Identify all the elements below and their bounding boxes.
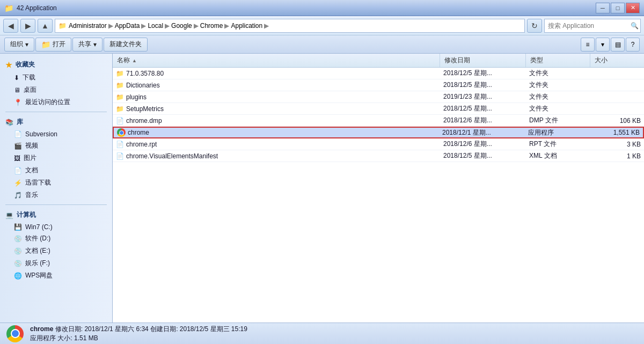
sidebar-section-computer[interactable]: 💻 计算机 [0,208,112,222]
subversion-icon: 📄 [14,130,22,138]
sidebar-item-download[interactable]: ⬇ 下载 [0,71,112,84]
sidebar-section-library[interactable]: 📚 库 [0,115,112,129]
open-button[interactable]: 📁 打开 [35,38,71,52]
col-name[interactable]: 名称 ▲ [113,54,440,67]
doce-icon: 💿 [14,247,22,255]
library-label: 库 [17,118,23,127]
status-chrome-icon [6,325,24,342]
table-row[interactable]: 📁 Dictionaries 2018/12/5 星期... 文件夹 [113,79,644,91]
folder-icon: 📁 [116,105,124,113]
minimize-button[interactable]: ─ [596,3,610,13]
share-dropdown-icon: ▾ [93,41,97,48]
table-row[interactable]: 📄 chrome.rpt 2018/12/6 星期... RPT 文件 3 KB [113,138,644,150]
status-modified-value: 2018/12/1 星期六 6:34 [84,325,148,333]
address-bar: ◀ ▶ ▲ 📁 Administrator ▶ AppData ▶ Local … [0,16,644,35]
sidebar-item-picture[interactable]: 🖼 图片 [0,152,112,164]
win7-icon: 💾 [14,223,22,231]
col-size[interactable]: 大小 [590,54,644,67]
document-icon: 📄 [14,167,22,174]
status-created-label: 创建日期: [150,325,180,333]
sidebar-item-softd[interactable]: 💿 软件 (D:) [0,232,112,245]
sidebar-item-lef[interactable]: 💿 娱乐 (F:) [0,257,112,269]
view-dropdown-button[interactable]: ▾ [596,38,610,52]
view-list-button[interactable]: ≡ [581,38,595,52]
sidebar-item-win7[interactable]: 💾 Win7 (C:) [0,222,112,232]
col-type[interactable]: 类型 [526,54,590,67]
file-modified-cell: 2018/12/6 星期... [440,140,526,149]
table-row[interactable]: 📁 71.0.3578.80 2018/12/5 星期... 文件夹 [113,68,644,79]
breadcrumb-google[interactable]: Google [171,22,192,30]
organize-button[interactable]: 组织 ▾ [4,38,34,52]
status-text: chrome 修改日期: 2018/12/1 星期六 6:34 创建日期: 20… [30,325,247,343]
sidebar-item-wps[interactable]: 🌐 WPS网盘 [0,269,112,282]
file-kind-cell: 应用程序 [525,128,589,137]
preview-pane-button[interactable]: ▤ [611,38,625,52]
sidebar-divider-1 [5,112,107,112]
file-modified-cell: 2018/12/5 星期... [440,69,526,78]
breadcrumb[interactable]: 📁 Administrator ▶ AppData ▶ Local ▶ Goog… [55,19,525,33]
up-button[interactable]: ▲ [38,19,53,33]
sidebar-item-doce[interactable]: 💿 文档 (E:) [0,245,112,257]
sidebar-item-document[interactable]: 📄 文档 [0,164,112,177]
forward-button[interactable]: ▶ [20,19,35,33]
table-row[interactable]: 📄 chrome.dmp 2018/12/6 星期... DMP 文件 106 … [113,115,644,127]
breadcrumb-local[interactable]: Local [148,22,163,30]
file-name-cell: 📄 chrome.dmp [113,117,440,125]
help-button[interactable]: ? [626,38,640,52]
search-icon: 🔍 [631,22,639,30]
table-row[interactable]: 📄 chrome.VisualElementsManifest 2018/12/… [113,150,644,162]
sidebar-section-favorites[interactable]: ★ 收藏夹 [0,58,112,71]
search-bar[interactable]: 🔍 [544,19,641,33]
file-area: 名称 ▲ 修改日期 类型 大小 📁 71.0.3578.80 2018/ [113,54,644,323]
new-folder-button[interactable]: 新建文件夹 [104,38,148,52]
table-row[interactable]: 📁 SetupMetrics 2018/12/5 星期... 文件夹 [113,103,644,115]
title-bar: 📁 42 Application ─ □ ✕ [0,0,644,16]
sidebar-item-desktop[interactable]: 🖥 桌面 [0,84,112,96]
rpt-icon: 📄 [116,141,124,148]
file-kind-cell: 文件夹 [526,104,590,113]
toolbar: 组织 ▾ 📁 打开 共享 ▾ 新建文件夹 ≡ ▾ ▤ ? [0,35,644,54]
sidebar-item-recent[interactable]: 📍 最近访问的位置 [0,96,112,108]
breadcrumb-application[interactable]: Application [231,22,262,30]
sidebar-item-video[interactable]: 🎬 视频 [0,140,112,152]
organize-dropdown-icon: ▾ [25,41,28,48]
file-modified-cell: 2018/12/5 星期... [440,104,526,113]
desktop-icon: 🖥 [14,86,20,94]
status-modified-label: 修改日期: [55,325,85,333]
file-kind-cell: RPT 文件 [526,140,590,149]
thunder-icon: ⚡ [14,179,22,187]
computer-icon: 💻 [5,211,13,219]
status-size-value: 1.51 MB [74,334,98,342]
close-button[interactable]: ✕ [626,3,640,13]
breadcrumb-administrator[interactable]: Administrator [69,22,107,30]
library-icon: 📚 [5,119,13,126]
file-name-cell: 📁 plugins [113,93,440,101]
sidebar: ★ 收藏夹 ⬇ 下载 🖥 桌面 📍 最近访问的位置 📚 库 📄 Subversi… [0,54,113,323]
sidebar-item-music[interactable]: 🎵 音乐 [0,189,112,201]
breadcrumb-appdata[interactable]: AppData [115,22,140,30]
search-input[interactable] [548,22,628,30]
sidebar-item-thunder[interactable]: ⚡ 迅雷下载 [0,177,112,189]
desktop-label: 桌面 [24,85,36,94]
win7-label: Win7 (C:) [25,223,53,231]
open-label: 打开 [53,40,65,49]
refresh-button[interactable]: ↻ [527,19,542,33]
sidebar-item-subversion[interactable]: 📄 Subversion [0,129,112,140]
table-row[interactable]: 📁 plugins 2019/1/23 星期... 文件夹 [113,91,644,103]
file-kind-cell: 文件夹 [526,92,590,101]
title-bar-controls: ─ □ ✕ [596,3,640,13]
share-button[interactable]: 共享 ▾ [72,38,103,52]
music-icon: 🎵 [14,192,22,199]
col-modified[interactable]: 修改日期 [440,54,526,67]
breadcrumb-chrome[interactable]: Chrome [200,22,223,30]
computer-label: 计算机 [17,210,36,219]
folder-icon: 📁 [116,70,124,77]
back-button[interactable]: ◀ [3,19,18,33]
softd-label: 软件 (D:) [25,234,50,243]
status-size-label: 大小: [57,334,74,342]
maximize-button[interactable]: □ [611,3,625,13]
organize-label: 组织 [10,40,23,49]
table-row-selected[interactable]: chrome 2018/12/1 星期... 应用程序 1,551 KB [113,127,644,138]
file-list-header: 名称 ▲ 修改日期 类型 大小 [113,54,644,68]
title-bar-left: 📁 42 Application [4,4,57,12]
